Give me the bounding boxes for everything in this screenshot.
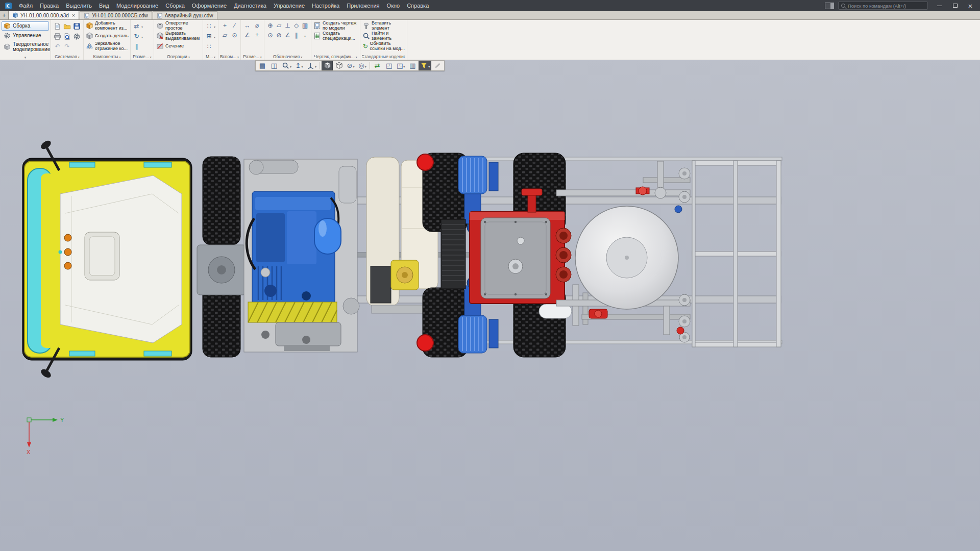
minimize-button[interactable]	[932, 0, 947, 11]
group-label-standard-parts[interactable]: Стандартные изделия	[362, 54, 405, 60]
sketch-button[interactable]	[432, 61, 443, 70]
runout-annotation-button[interactable]	[275, 31, 283, 39]
menu-modeling[interactable]: Моделирование	[113, 0, 162, 11]
tab-assembly-a3d[interactable]: УН-01.00.00.000.a3d	[8, 11, 79, 19]
cut-extrude-button[interactable]: Вырезатьвыдавливанием	[156, 31, 201, 41]
simple-hole-button[interactable]: Отверстиепростое	[156, 21, 201, 31]
menu-assembly[interactable]: Сборка	[162, 0, 188, 11]
zoom-button[interactable]	[280, 61, 293, 70]
angle-dimension-button[interactable]	[243, 31, 252, 39]
menu-layout[interactable]: Оформление	[188, 0, 230, 11]
tank-reel[interactable]	[575, 206, 678, 309]
app-logo-icon[interactable]	[3, 1, 13, 10]
create-drawing-from-model-button[interactable]: Создать чертежпо модели	[313, 21, 358, 31]
menu-diagnostics[interactable]: Диагностика	[230, 0, 270, 11]
menu-file[interactable]: Файл	[15, 0, 36, 11]
engine-module[interactable]	[244, 159, 359, 352]
model-viewport[interactable]: Y X	[0, 60, 980, 551]
redo-button[interactable]	[63, 42, 72, 51]
section-button[interactable]: Сечение	[156, 41, 201, 51]
print-button[interactable]	[53, 32, 62, 41]
menu-view[interactable]: Вид	[95, 0, 113, 11]
menu-help[interactable]: Справка	[403, 0, 432, 11]
save-document-button[interactable]	[72, 21, 82, 31]
center-mark-annotation-button[interactable]	[266, 31, 275, 39]
construction-axis-button[interactable]	[230, 21, 239, 30]
circular-pattern-button[interactable]	[205, 32, 213, 40]
construction-plane-button[interactable]	[220, 31, 229, 39]
menu-select[interactable]: Выделить	[62, 0, 95, 11]
truck-assembly-model[interactable]	[22, 139, 782, 379]
filter-objects-button[interactable]	[419, 61, 431, 70]
move-component-button[interactable]	[132, 21, 141, 30]
truck-cab[interactable]	[22, 139, 192, 379]
group-label-placement[interactable]: Разме...	[132, 54, 152, 60]
menu-applications[interactable]: Приложения	[343, 0, 383, 11]
local-cs-button[interactable]	[230, 31, 239, 39]
hidden-lines-button[interactable]	[345, 61, 356, 70]
leader-annotation-button[interactable]	[275, 21, 283, 30]
new-tab-button[interactable]	[0, 11, 8, 19]
open-document-button[interactable]	[63, 21, 72, 31]
create-specification-button[interactable]: Создатьспецификаци...	[313, 31, 358, 41]
tab-close-icon[interactable]	[71, 12, 75, 18]
add-component-button[interactable]: Добавитькомпонент из...	[85, 21, 129, 31]
shaded-display-button[interactable]	[322, 61, 333, 70]
menu-settings[interactable]: Настройка	[308, 0, 343, 11]
group-label-annotations[interactable]: Обозначения	[266, 54, 309, 60]
perspective-button[interactable]	[357, 61, 368, 70]
group-label-system[interactable]: Системная	[53, 54, 82, 60]
auto-dimension-button[interactable]	[243, 21, 252, 30]
group-label-dimensions[interactable]: Разме...	[242, 54, 262, 60]
toolset-assembly[interactable]: Сборка	[2, 21, 49, 31]
saved-views-button[interactable]	[268, 61, 280, 70]
undo-button[interactable]	[53, 42, 62, 51]
rear-platform-frame[interactable]	[692, 161, 781, 347]
close-button[interactable]	[963, 0, 978, 11]
perpendicularity-annotation-button[interactable]	[283, 21, 292, 30]
construction-point-button[interactable]	[220, 21, 229, 30]
toolset-management[interactable]: Управление	[2, 31, 49, 40]
menu-management[interactable]: Управление	[270, 0, 308, 11]
tab-assembly-drawing-cdw[interactable]: УН-01.00.00.000СБ.cdw	[80, 11, 152, 19]
pattern-by-curve-button[interactable]	[205, 42, 213, 51]
group-label-aux[interactable]: Вспом...	[220, 54, 239, 60]
maximize-button[interactable]	[947, 0, 963, 11]
mates-button[interactable]	[132, 42, 141, 51]
datum-annotation-button[interactable]	[266, 21, 275, 30]
linear-pattern-button[interactable]	[205, 21, 213, 30]
form-tolerance-annotation-button[interactable]	[292, 21, 301, 30]
properties-button[interactable]	[72, 32, 82, 41]
tab-emergency-shower-cdw[interactable]: Аварийный душ.cdw	[153, 11, 217, 19]
create-part-button[interactable]: Создать деталь	[85, 31, 129, 41]
find-and-replace-button[interactable]: Найти изаменить	[362, 31, 405, 41]
wireframe-display-button[interactable]	[333, 61, 345, 70]
rotate-component-button[interactable]	[132, 32, 141, 40]
front-axle-wheels[interactable]	[197, 157, 246, 357]
toolset-solid-modeling[interactable]: Твердотельное моделирование	[2, 41, 49, 53]
group-label-drawing[interactable]: Чертеж, специфик...	[313, 54, 358, 60]
clipboard-button[interactable]	[407, 61, 418, 70]
print-preview-button[interactable]	[63, 32, 72, 41]
insert-element-button[interactable]: Вставитьэлемент	[362, 21, 405, 31]
tolerance-dimension-button[interactable]	[253, 31, 261, 39]
parallelism-annotation-button[interactable]	[292, 31, 301, 39]
zoom-fit-button[interactable]	[293, 61, 305, 70]
table-annotation-button[interactable]	[301, 21, 309, 30]
diameter-dimension-button[interactable]	[253, 21, 261, 30]
new-document-button[interactable]	[53, 21, 62, 31]
group-label-arrays[interactable]: М...	[205, 54, 216, 60]
menu-edit[interactable]: Правка	[36, 0, 62, 11]
group-label-components[interactable]: Компоненты	[85, 54, 129, 60]
panel-toggle-icon[interactable]	[825, 3, 834, 9]
command-search[interactable]	[838, 2, 928, 10]
mirror-components-button[interactable]: Зеркальноеотражение ко...	[85, 41, 129, 51]
move-component-view-button[interactable]	[372, 61, 383, 70]
orientation-button[interactable]	[305, 61, 318, 70]
update-model-links-button[interactable]: Обновитьссылки на мод...	[362, 41, 405, 51]
sheet-view-button[interactable]	[257, 61, 268, 70]
isolate-objects-button[interactable]	[383, 61, 395, 70]
group-label-operations[interactable]: Операции	[156, 54, 201, 60]
toolset-collapse-chevron[interactable]	[2, 54, 49, 60]
angularity-annotation-button[interactable]	[283, 31, 292, 39]
